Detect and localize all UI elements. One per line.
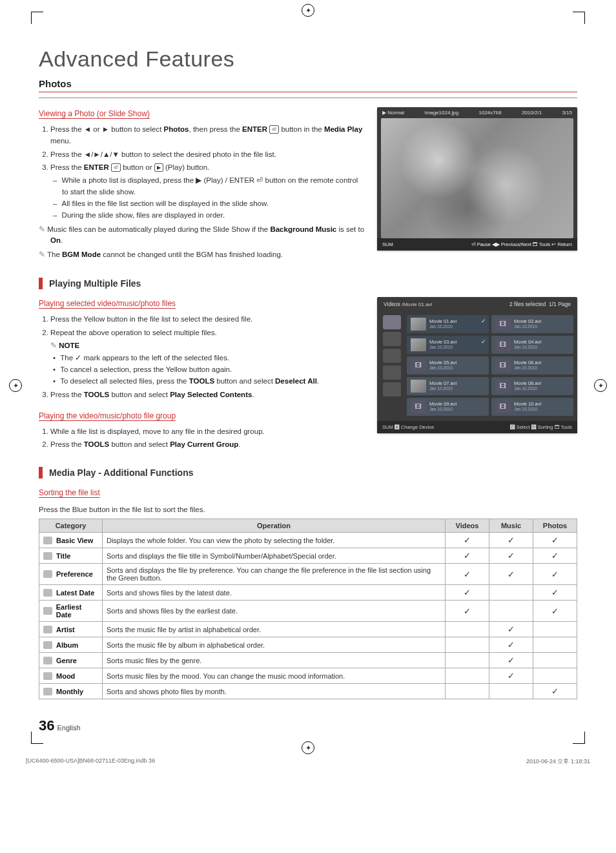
sidebar-item: [383, 315, 401, 329]
note-word: NOTE: [59, 342, 79, 349]
slideshow-resolution: 1024x768: [479, 110, 502, 116]
list-item: Repeat the above operation to select mul…: [50, 327, 365, 387]
list-item: During the slide show, files are display…: [62, 210, 365, 221]
playing-group-steps: While a file list is displayed, move to …: [39, 426, 365, 451]
list-item: To deselect all selected files, press th…: [62, 376, 365, 387]
cell-operation: Sorts and displays the file title in Sym…: [102, 548, 445, 564]
file-grid: Movie 01.aviJan.10.2010✓🎞Movie 02.aviJan…: [407, 315, 573, 416]
table-row: MoodSorts music files by the mood. You c…: [39, 668, 577, 684]
table-row: AlbumSorts the music file by album in al…: [39, 637, 577, 653]
cell-operation: Displays the whole folder. You can view …: [102, 533, 445, 548]
cell-operation: Sorts the music file by artist in alphab…: [102, 622, 445, 637]
cell-operation: Sorts music files by the mood. You can c…: [102, 668, 445, 684]
slideshow-date: 2010/2/1: [522, 110, 542, 116]
cell-music: ✓: [489, 622, 533, 637]
col-operation: Operation: [102, 519, 445, 533]
playing-group-heading: Playing the video/music/photo file group: [39, 411, 176, 421]
footer-left: SUM 🅰 Change Device: [382, 424, 434, 430]
playing-selected-steps: Press the Yellow button in the file list…: [39, 314, 365, 401]
page-number: 36English: [39, 717, 577, 734]
crop-mark-tl-icon: [31, 12, 43, 24]
thumbnail-image: [411, 380, 426, 393]
breadcrumb: /Movie 01.avi: [402, 302, 432, 307]
divider: [39, 98, 577, 98]
category-icon: [43, 641, 52, 649]
note-bgm-mode: The BGM Mode cannot be changed until the…: [39, 249, 365, 261]
table-row: Earliest DateSorts and shows files by th…: [39, 601, 577, 622]
cell-category: Earliest Date: [39, 601, 103, 622]
cell-category: Artist: [39, 622, 103, 637]
table-row: Latest DateSorts and shows files by the …: [39, 585, 577, 601]
page-language: English: [57, 724, 80, 732]
cell-operation: Sorts and displays the file by preferenc…: [102, 564, 445, 585]
list-item: Press the TOOLS button and select Play S…: [50, 389, 365, 401]
cell-music: [489, 585, 533, 601]
category-icon: [43, 589, 52, 597]
file-name: Movie 05.avi: [429, 360, 457, 365]
cell-category: Album: [39, 637, 103, 653]
cell-category: Latest Date: [39, 585, 103, 601]
category-icon: [43, 552, 52, 560]
movie-icon: 🎞: [495, 380, 511, 393]
file-tile: Movie 07.aviJan.10.2010: [407, 377, 489, 395]
movie-icon: 🎞: [495, 359, 511, 372]
cell-photos: ✓: [533, 564, 577, 585]
cell-music: [489, 684, 533, 699]
registration-mark-bottom-icon: [302, 741, 314, 754]
cell-category: Genre: [39, 653, 103, 668]
cell-photos: ✓: [533, 601, 577, 622]
list-item: While a photo list is displayed, press t…: [62, 175, 365, 198]
cell-videos: [446, 653, 489, 668]
media-additional-section: Media Play - Additional Functions: [39, 467, 577, 478]
cell-operation: Sorts and shows files by the earliest da…: [102, 601, 445, 622]
file-date: Jan.10.2010: [429, 365, 457, 370]
col-music: Music: [489, 519, 533, 533]
playing-selected-heading: Playing selected video/music/photo files: [39, 299, 176, 309]
category-icon: [43, 607, 52, 615]
crop-mark-tr-icon: [573, 12, 585, 24]
play-icon: ▶: [154, 163, 163, 172]
thumbnail-image: [411, 318, 426, 331]
sidebar-item: [383, 365, 401, 380]
file-tile: 🎞Movie 10.aviJan.10.2010: [491, 398, 573, 416]
sidebar-item: [383, 332, 401, 346]
slideshow-filename: Image1024.jpg: [424, 110, 458, 116]
col-videos: Videos: [446, 519, 489, 533]
playing-multiple-section: Playing Multiple Files: [39, 278, 577, 289]
playing-multiple-title: Playing Multiple Files: [49, 278, 141, 289]
cell-operation: Sorts the music file by album in alphabe…: [102, 637, 445, 653]
step-text: Repeat the above operation to select mul…: [50, 329, 217, 336]
media-tab: Videos: [384, 301, 400, 307]
file-name: Movie 06.avi: [514, 360, 541, 365]
file-name: Movie 09.avi: [429, 402, 457, 407]
table-row: Basic ViewDisplays the whole folder. You…: [39, 533, 577, 548]
movie-icon: 🎞: [495, 338, 511, 351]
category-icon: [43, 657, 52, 664]
registration-mark-right-icon: [594, 379, 607, 392]
cell-category: Mood: [39, 668, 103, 684]
file-tile: 🎞Movie 04.aviJan.10.2010: [491, 336, 573, 354]
file-tile: 🎞Movie 09.aviJan.10.2010: [407, 398, 489, 416]
enter-icon: ⏎: [269, 125, 279, 134]
cell-photos: [533, 637, 577, 653]
col-category: Category: [39, 519, 103, 533]
cell-photos: ✓: [533, 533, 577, 548]
file-date: Jan.10.2010: [429, 324, 457, 329]
cell-videos: ✓: [446, 585, 489, 601]
file-name: Movie 08.avi: [514, 381, 541, 386]
file-date: Jan.10.2010: [514, 407, 541, 411]
file-date: Jan.10.2010: [514, 345, 541, 349]
viewing-heading: Viewing a Photo (or Slide Show): [39, 109, 150, 119]
enter-icon: ⏎: [111, 163, 121, 172]
cell-music: ✓: [489, 548, 533, 564]
file-name: Movie 03.avi: [429, 340, 457, 345]
movie-icon: 🎞: [495, 318, 511, 331]
cell-videos: [446, 637, 489, 653]
list-item: Press the ◄ or ► button to select Photos…: [50, 124, 365, 147]
file-date: Jan.10.2010: [429, 407, 457, 411]
sorting-table: Category Operation Videos Music Photos B…: [39, 519, 577, 699]
file-date: Jan.10.2010: [514, 386, 541, 391]
cell-operation: Sorts music files by the genre.: [102, 653, 445, 668]
device-label: SUM: [382, 242, 393, 247]
list-item: While a file list is displayed, move to …: [50, 426, 365, 438]
